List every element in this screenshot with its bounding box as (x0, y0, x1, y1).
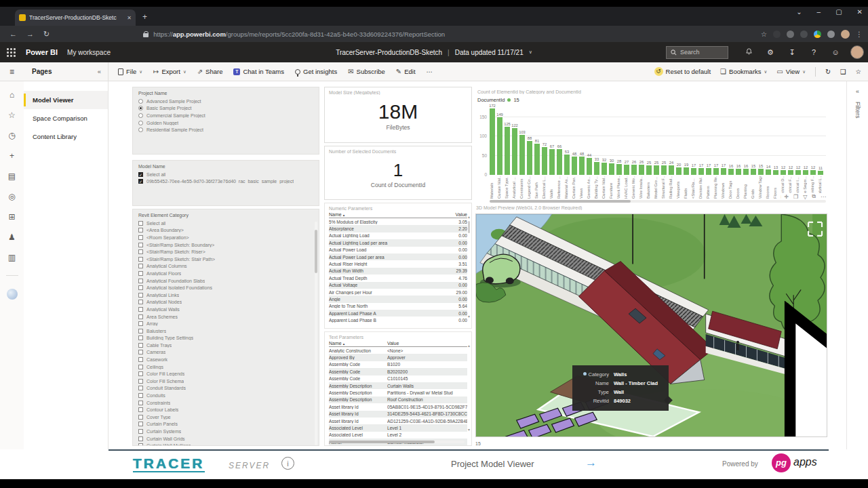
bar[interactable] (519, 135, 525, 175)
checkbox-icon[interactable]: ✓ (138, 249, 143, 254)
bar[interactable] (669, 165, 674, 175)
table-row[interactable]: Asset library Id05AB8C01-9E15-4D19-8791-… (329, 403, 467, 410)
checkbox-icon[interactable]: ✓ (138, 179, 143, 184)
checkbox-icon[interactable]: ✓ (138, 422, 143, 426)
checkbox-icon[interactable]: ✓ (138, 350, 143, 354)
notifications-bell-icon[interactable] (738, 47, 760, 57)
checkbox-icon[interactable]: ✓ (138, 243, 143, 247)
extension-icon[interactable] (800, 30, 808, 38)
drive-extension-icon[interactable] (814, 30, 821, 38)
settings-gear-icon[interactable]: ⚙ (760, 48, 781, 57)
bar[interactable] (684, 167, 689, 175)
slicer-option[interactable]: ✓Analytical Columns (138, 263, 313, 270)
checkbox-icon[interactable]: ✓ (138, 321, 143, 326)
slicer-option[interactable]: ✓Ceilings (138, 363, 313, 371)
table-row[interactable]: Apparent Load Phase B0.00 (329, 317, 467, 323)
bar[interactable] (490, 108, 495, 175)
window-restore-icon[interactable]: ▢ (835, 8, 842, 16)
browser-menu-icon[interactable]: ⋮ (856, 30, 863, 38)
slicer-option[interactable]: ✓Analytical Nodes (138, 299, 313, 306)
bar[interactable] (736, 169, 741, 175)
bar[interactable] (542, 147, 547, 175)
table-row[interactable]: 5% Modulus of Elasticity3.05 (329, 218, 467, 225)
table-row[interactable]: Associated LevelLevel 2 (329, 432, 467, 439)
slicer-option[interactable]: ✓Constraints (138, 399, 313, 407)
slicer-option[interactable]: ✓Balusters (138, 327, 313, 335)
scroll-up-icon[interactable]: ▴ (468, 214, 470, 219)
bar[interactable] (654, 165, 659, 175)
selected-docs-card[interactable]: Number of Selected Documents 1 Count of … (324, 146, 472, 200)
column-header-value[interactable]: Value (427, 212, 467, 217)
recent-icon[interactable]: ◷ (8, 131, 15, 140)
checkbox-icon[interactable]: ✓ (138, 415, 143, 420)
slicer-option[interactable]: Advanced Sample Project (138, 98, 313, 105)
new-tab-button[interactable]: + (142, 12, 147, 22)
bar[interactable] (810, 170, 816, 175)
slicer-option[interactable]: ✓Color Fill Schema (138, 378, 313, 385)
table-row[interactable]: Absorptance2.20 (329, 225, 467, 232)
slicer-option[interactable]: ✓<Stair/Ramp Sketch: Boundary> (138, 241, 313, 249)
checkbox-icon[interactable]: ✓ (138, 307, 143, 312)
bookmark-star-icon[interactable]: ☆ (761, 30, 767, 38)
checkbox-icon[interactable]: ✓ (138, 314, 143, 319)
data-updated-label[interactable]: Data updated 11/17/21 (455, 49, 524, 56)
slicer-option[interactable]: ✓Cable Trays (138, 342, 313, 349)
slicer-option[interactable]: Commercial Sample Project (138, 112, 313, 119)
bar[interactable] (698, 168, 704, 175)
slicer-option[interactable]: ✓09b55452-70ee-4e55-9d70-36f273e76d40_ra… (138, 178, 313, 186)
table-row[interactable]: Actual Power Load per area0.00 (329, 253, 467, 260)
create-icon[interactable]: + (9, 152, 14, 161)
table-row[interactable]: Approved ByApprover (329, 354, 467, 361)
powerbi-brand[interactable]: Power BI (26, 48, 58, 56)
table-row[interactable]: Actual Run Width29.39 (329, 268, 467, 274)
checkbox-icon[interactable]: ✓ (138, 285, 143, 290)
bar[interactable] (609, 163, 614, 175)
column-header-name[interactable]: Name ▴ (329, 212, 427, 217)
slicer-option[interactable]: ✓Select all (138, 220, 313, 227)
slicer-option[interactable]: ✓Contour Labels (138, 406, 313, 413)
slicer-option[interactable]: ✓Analytical Walls (138, 306, 313, 313)
checkbox-icon[interactable]: ✓ (138, 300, 143, 304)
column-header-value[interactable]: Value (387, 341, 467, 346)
radio-icon[interactable] (138, 106, 143, 110)
visual-more-options-icon[interactable]: ⋯ (821, 194, 826, 200)
slicer-option[interactable]: ✓Curtain Panels (138, 421, 313, 428)
checkbox-icon[interactable]: ✓ (138, 357, 143, 362)
slicer-option[interactable]: ✓Analytical Foundation Slabs (138, 277, 313, 285)
table-row[interactable]: Assembly DescriptionPartitions - Drywall… (329, 389, 467, 396)
collapse-pages-icon[interactable]: « (98, 68, 101, 75)
scroll-down-icon[interactable]: ▾ (468, 427, 470, 432)
slicer-option[interactable]: ✓Cameras (138, 349, 313, 357)
checkbox-icon[interactable]: ✓ (138, 386, 143, 390)
download-icon[interactable]: ↧ (781, 48, 803, 57)
checkbox-icon[interactable]: ✓ (138, 235, 143, 240)
bar[interactable] (579, 157, 585, 175)
slicer-option[interactable]: ✓<Stair/Ramp Sketch: Riser> (138, 248, 313, 256)
bar[interactable] (766, 169, 771, 175)
checkbox-icon[interactable]: ✓ (138, 257, 143, 262)
table-h-scrollbar[interactable] (329, 441, 465, 443)
checkbox-icon[interactable]: ✓ (138, 436, 143, 441)
checkbox-icon[interactable]: ✓ (138, 401, 143, 405)
visual-pin-icon[interactable]: ✛ (784, 194, 789, 200)
slicer-option[interactable]: ✓Array (138, 320, 313, 327)
refresh-visuals-icon[interactable]: ↻ (825, 68, 831, 75)
teams-button[interactable]: TChat in Teams (233, 68, 284, 75)
slicer-option[interactable]: ✓Cover Type (138, 413, 313, 421)
checkbox-icon[interactable]: ✓ (138, 407, 143, 412)
learn-icon[interactable]: ▥ (8, 253, 16, 262)
slicer-option[interactable]: Residential Sample Project (138, 126, 313, 134)
checkbox-icon[interactable]: ✓ (138, 228, 143, 232)
subscribe-button[interactable]: ✉Subscribe (348, 68, 385, 75)
table-row[interactable]: Apparent Load Phase A0.00 (329, 310, 467, 317)
table-row[interactable]: Analytic Construction<None> (329, 347, 467, 354)
table-row[interactable]: Actual Voltage0.00 (329, 282, 467, 289)
pipelines-icon[interactable]: ♟ (8, 233, 16, 242)
bar[interactable] (803, 170, 808, 175)
slicer-option[interactable]: Basic Sample Project (138, 105, 313, 113)
bar[interactable] (781, 170, 786, 175)
model-3d-viewer[interactable]: 3D Model Preview (WebGL 2.0 Browser Requ… (475, 205, 829, 446)
bar[interactable] (639, 165, 644, 175)
table-row[interactable]: Asset library Id314DE259-5443-4621-8F8D-… (329, 411, 467, 418)
bar[interactable] (594, 162, 599, 175)
